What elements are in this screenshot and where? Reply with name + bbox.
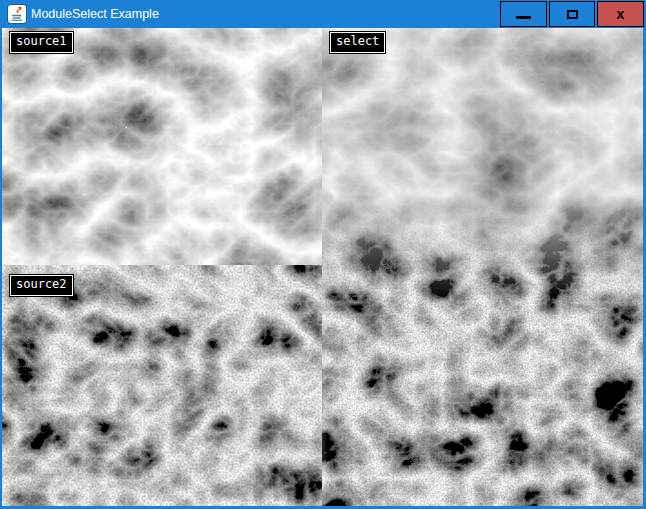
source1-texture: [2, 28, 322, 265]
maximize-button[interactable]: [549, 1, 595, 27]
maximize-icon: [567, 10, 578, 19]
app-window: ModuleSelect Example x: [0, 0, 646, 509]
noise-render: [2, 28, 643, 506]
label-source2: source2: [10, 275, 73, 296]
close-icon: x: [617, 7, 625, 21]
label-select: select: [330, 32, 385, 53]
minimize-button[interactable]: [500, 1, 547, 27]
window-title: ModuleSelect Example: [31, 0, 159, 28]
minimize-icon: [516, 16, 531, 19]
render-canvas: source1 select source2: [2, 28, 643, 506]
java-app-icon[interactable]: [8, 5, 26, 23]
java-cup-glyph: [8, 5, 26, 23]
source2-texture: [2, 265, 322, 506]
label-source1: source1: [10, 32, 73, 53]
close-button[interactable]: x: [597, 1, 644, 27]
titlebar[interactable]: ModuleSelect Example x: [0, 0, 646, 28]
